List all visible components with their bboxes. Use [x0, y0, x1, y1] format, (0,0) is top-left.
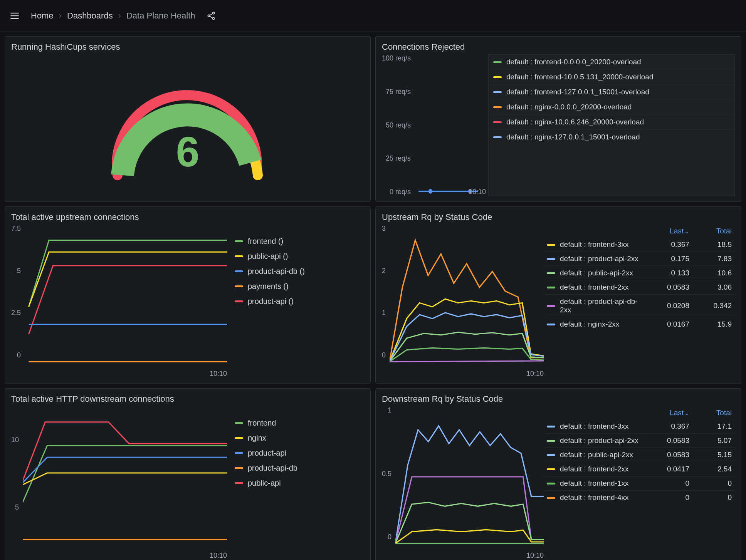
y-axis: 10.50	[382, 406, 395, 541]
y-tick: 5	[15, 503, 19, 511]
legend[interactable]: default : frontend-0.0.0.0_20200-overloa…	[488, 54, 735, 196]
total-value: 0	[689, 493, 732, 502]
breadcrumb-dashboards[interactable]: Dashboards	[67, 11, 113, 21]
legend-label: default : frontend-0.0.0.0_20200-overloa…	[506, 58, 641, 66]
y-tick: 10	[11, 436, 19, 444]
legend-item[interactable]: nginx	[235, 431, 361, 446]
color-swatch	[547, 287, 555, 288]
dashboard-grid: Running HashiCups services 6 Connections…	[0, 32, 746, 560]
y-tick: 0 req/s	[390, 188, 411, 196]
panel-upstream-connections[interactable]: Total active upstream connections 7.552.…	[5, 206, 371, 384]
color-swatch	[547, 426, 555, 428]
chevron-right-icon: ›	[59, 11, 62, 21]
panel-title: Downstream Rq by Status Code	[382, 394, 735, 404]
legend-item[interactable]: default : frontend-127.0.0.1_15001-overl…	[489, 85, 734, 100]
y-axis: 3210	[382, 225, 390, 359]
legend-item[interactable]: product-api	[235, 446, 361, 461]
svg-point-9	[428, 189, 432, 194]
table-row[interactable]: default : public-api-2xx0.05835.15	[544, 448, 735, 462]
legend-item[interactable]: product-api-db ()	[235, 264, 361, 279]
color-swatch	[547, 440, 555, 442]
legend-item[interactable]: product-api-db	[235, 461, 361, 476]
series-name: default : frontend-3xx	[560, 240, 639, 249]
series-name: default : frontend-1xx	[560, 479, 639, 488]
table-row[interactable]: default : frontend-4xx00	[544, 491, 735, 505]
y-tick: 3	[382, 225, 386, 233]
table-row[interactable]: default : frontend-2xx0.04172.54	[544, 462, 735, 476]
total-value: 10.6	[689, 269, 732, 277]
legend[interactable]: frontendnginxproduct-apiproduct-api-dbpu…	[227, 406, 364, 560]
legend-label: product-api ()	[248, 297, 294, 306]
plot-area: 10:10	[23, 406, 227, 560]
series-name: default : nginx-2xx	[560, 320, 639, 329]
y-tick: 2	[382, 267, 386, 275]
table-header[interactable]: Last⌄ Total	[544, 225, 735, 238]
panel-title: Total active upstream connections	[11, 212, 364, 222]
color-swatch	[547, 483, 555, 485]
color-swatch	[493, 106, 502, 108]
y-tick: 2.5	[11, 309, 21, 317]
breadcrumb-current: Data Plane Health	[126, 11, 195, 21]
legend-item[interactable]: default : nginx-127.0.0.1_15001-overload	[489, 130, 734, 144]
total-value: 0.342	[689, 302, 732, 310]
legend-item[interactable]: public-api ()	[235, 249, 361, 264]
y-tick: 25 req/s	[386, 154, 411, 163]
y-tick: 7.5	[11, 225, 21, 233]
legend-item[interactable]: default : nginx-0.0.0.0_20200-overload	[489, 100, 734, 115]
menu-icon[interactable]	[8, 9, 22, 23]
color-swatch	[235, 255, 243, 257]
series-name: default : public-api-2xx	[560, 451, 639, 459]
total-value: 2.54	[689, 465, 732, 473]
panel-downstream-rq[interactable]: Downstream Rq by Status Code 10.50 10:10	[375, 388, 741, 560]
panel-upstream-rq[interactable]: Upstream Rq by Status Code 3210 10:10	[375, 206, 741, 384]
last-value: 0.133	[639, 269, 689, 277]
legend-item[interactable]: public-api	[235, 476, 361, 491]
panel-downstream-connections[interactable]: Total active HTTP downstream connections…	[5, 388, 371, 560]
color-swatch	[493, 91, 502, 93]
last-value: 0.175	[639, 255, 689, 263]
table-row[interactable]: default : public-api-2xx0.13310.6	[544, 266, 735, 280]
panel-running-services[interactable]: Running HashiCups services 6	[5, 36, 371, 202]
legend-table[interactable]: Last⌄ Total default : frontend-3xx0.3671…	[544, 406, 735, 560]
plot-area: 10:10	[25, 225, 227, 378]
series-name: default : frontend-2xx	[560, 465, 639, 473]
legend-label: public-api	[248, 479, 281, 488]
legend-label: frontend	[248, 419, 276, 428]
legend-label: public-api ()	[248, 252, 288, 261]
legend-table[interactable]: Last⌄ Total default : frontend-3xx0.3671…	[544, 225, 735, 378]
color-swatch	[547, 244, 555, 246]
legend[interactable]: frontend ()public-api ()product-api-db (…	[227, 225, 364, 378]
table-row[interactable]: default : product-api-db-2xx0.02080.342	[544, 295, 735, 317]
legend-item[interactable]: product-api ()	[235, 294, 361, 309]
table-row[interactable]: default : frontend-1xx00	[544, 476, 735, 491]
last-value: 0.0583	[639, 436, 689, 445]
table-row[interactable]: default : product-api-2xx0.1757.83	[544, 252, 735, 266]
last-value: 0	[639, 493, 689, 502]
table-row[interactable]: default : nginx-2xx0.016715.9	[544, 317, 735, 331]
table-row[interactable]: default : product-api-2xx0.05835.07	[544, 434, 735, 448]
color-swatch	[547, 468, 555, 470]
legend-item[interactable]: default : frontend-10.0.5.131_20000-over…	[489, 70, 734, 85]
legend-item[interactable]: payments ()	[235, 279, 361, 294]
share-icon[interactable]	[205, 9, 218, 22]
color-swatch	[235, 300, 243, 302]
total-value: 0	[689, 479, 732, 488]
legend-item[interactable]: frontend	[235, 416, 361, 431]
legend-label: nginx	[248, 434, 266, 443]
legend-item[interactable]: frontend ()	[235, 234, 361, 249]
y-tick: 0	[17, 351, 21, 359]
table-row[interactable]: default : frontend-3xx0.36718.5	[544, 238, 735, 252]
breadcrumb-home[interactable]: Home	[31, 11, 54, 21]
y-tick: 50 req/s	[386, 121, 411, 129]
legend-label: default : nginx-10.0.6.246_20000-overloa…	[506, 118, 644, 126]
legend-label: default : nginx-127.0.0.1_15001-overload	[506, 133, 640, 141]
last-value: 0	[639, 479, 689, 488]
legend-item[interactable]: default : nginx-10.0.6.246_20000-overloa…	[489, 115, 734, 130]
table-row[interactable]: default : frontend-2xx0.05833.06	[544, 280, 735, 295]
panel-connections-rejected[interactable]: Connections Rejected 100 req/s75 req/s50…	[375, 36, 741, 202]
legend-label: product-api-db	[248, 464, 297, 473]
y-axis: 7.552.50	[11, 225, 25, 359]
legend-item[interactable]: default : frontend-0.0.0.0_20200-overloa…	[489, 55, 734, 70]
table-header[interactable]: Last⌄ Total	[544, 406, 735, 419]
table-row[interactable]: default : frontend-3xx0.36717.1	[544, 419, 735, 434]
